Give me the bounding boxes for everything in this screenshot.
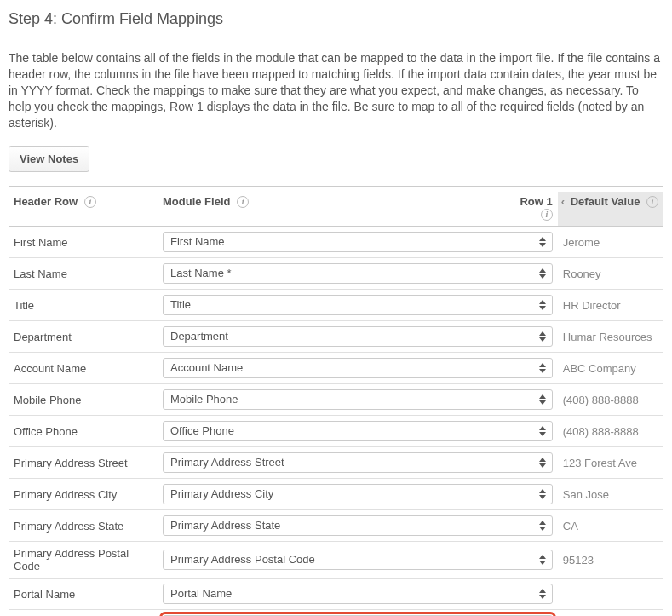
stepper-icon <box>537 329 549 344</box>
table-row: Primary Address Postal CodePrimary Addre… <box>9 542 663 579</box>
row1-value: Max Jensen <box>558 610 663 616</box>
row1-value: (408) 888-8888 <box>558 384 663 416</box>
module-field-cell: Last Name * <box>158 258 558 290</box>
table-row: Portal NamePortal Name <box>9 579 663 610</box>
field-mappings-table: Header Row i Module Field i Row 1 i ‹ De… <box>9 192 663 616</box>
module-field-cell: Office Phone <box>158 416 558 447</box>
module-field-cell: Primary Address City <box>158 479 558 510</box>
table-row: Mobile PhoneMobile Phone(408) 888-8888 <box>9 384 663 416</box>
module-field-select[interactable]: Office Phone <box>163 421 553 441</box>
header-row-value: Title <box>9 290 158 321</box>
table-row: Primary Address CityPrimary Address City… <box>9 479 663 510</box>
stepper-icon <box>537 234 549 250</box>
header-row-value: Primary Address Postal Code <box>9 542 158 579</box>
module-field-cell: Primary Address Street <box>158 447 558 479</box>
module-field-select-value: Primary Address Street <box>170 453 531 472</box>
table-row: Last NameLast Name *Rooney <box>9 258 663 290</box>
stepper-icon <box>537 266 549 281</box>
module-field-select[interactable]: Last Name * <box>163 263 553 284</box>
module-field-select-value: Last Name * <box>170 264 531 283</box>
stepper-icon <box>537 360 549 376</box>
header-row-value: Primary Address City <box>9 479 158 510</box>
column-module-field-label: Module Field <box>163 195 230 208</box>
stepper-icon <box>537 552 549 567</box>
table-row: Primary Address StatePrimary Address Sta… <box>9 510 663 542</box>
stepper-icon <box>537 486 549 502</box>
table-row: Primary Address StreetPrimary Address St… <box>9 447 663 479</box>
row1-value: Jerome <box>558 227 663 258</box>
module-field-select[interactable]: Mobile Phone <box>163 389 553 410</box>
row1-value: HR Director <box>558 290 663 321</box>
header-row-value: Office Phone <box>9 416 158 447</box>
row1-value: Humar Resources <box>558 321 663 353</box>
header-row-value: Last Name <box>9 258 158 290</box>
table-row: First NameFirst NameJerome <box>9 227 663 258</box>
module-field-select-value: Portal Name <box>170 584 531 603</box>
page-title: Step 4: Confirm Field Mappings <box>9 10 663 28</box>
column-row1: Row 1 i <box>434 192 558 227</box>
info-icon[interactable]: i <box>646 196 658 208</box>
module-field-select[interactable]: Primary Address City <box>163 484 553 504</box>
stepper-icon <box>537 297 549 313</box>
view-notes-button[interactable]: View Notes <box>9 146 89 172</box>
header-row-value: Department <box>9 321 158 353</box>
table-row: DepartmentDepartmentHumar Resources <box>9 321 663 353</box>
module-field-select-value: Primary Address Postal Code <box>170 550 531 569</box>
header-row-value: Account Name <box>9 353 158 384</box>
header-row-value: Primary Address Street <box>9 447 158 479</box>
stepper-icon <box>537 392 549 407</box>
intro-text: The table below contains all of the fiel… <box>9 50 663 130</box>
column-default-value-label: Default Value <box>571 195 640 208</box>
module-field-select[interactable]: Account Name <box>163 358 553 378</box>
divider <box>9 186 663 187</box>
info-icon[interactable]: i <box>84 196 96 208</box>
stepper-icon <box>537 423 549 439</box>
module-field-select-value: Primary Address City <box>170 485 531 504</box>
module-field-select-value: Office Phone <box>170 422 531 440</box>
table-row: Office PhoneOffice Phone(408) 888-8888 <box>9 416 663 447</box>
info-icon[interactable]: i <box>541 209 553 221</box>
header-row-value: Mobile Phone <box>9 384 158 416</box>
row1-value: San Jose <box>558 479 663 510</box>
column-header-row-label: Header Row <box>14 195 78 208</box>
module-field-cell: First Name <box>158 227 558 258</box>
row1-value: ABC Company <box>558 353 663 384</box>
module-field-cell: Mobile Phone <box>158 384 558 416</box>
module-field-select[interactable]: Primary Address Postal Code <box>163 550 553 570</box>
column-row1-label: Row 1 <box>520 195 552 208</box>
module-field-select-value: First Name <box>170 233 531 251</box>
module-field-select-value: Title <box>170 296 531 314</box>
table-row: TitleTitleHR Director <box>9 290 663 321</box>
header-row-value: Primary Address State <box>9 510 158 542</box>
row1-value: 95123 <box>558 542 663 579</box>
module-field-cell: Primary Address State <box>158 510 558 542</box>
chevron-left-icon: ‹ <box>561 195 565 208</box>
module-field-select-value: Mobile Phone <box>170 390 531 409</box>
table-row: Account NameAccount NameABC Company <box>9 353 663 384</box>
module-field-cell: Title <box>158 290 558 321</box>
module-field-cell: Assigned User Name <box>158 610 558 616</box>
module-field-select-value: Account Name <box>170 359 531 377</box>
module-field-select-value: Department <box>170 327 531 346</box>
module-field-select[interactable]: Primary Address State <box>163 515 553 536</box>
row1-value: (408) 888-8888 <box>558 416 663 447</box>
row1-value <box>558 579 663 610</box>
column-default-value[interactable]: ‹ Default Value i <box>558 192 663 227</box>
module-field-cell: Department <box>158 321 558 353</box>
header-row-value: Assigned User <box>9 610 158 616</box>
stepper-icon <box>537 455 549 470</box>
stepper-icon <box>537 586 549 602</box>
module-field-select[interactable]: Title <box>163 295 553 315</box>
module-field-select[interactable]: Portal Name <box>163 584 553 604</box>
column-module-field: Module Field i <box>158 192 434 227</box>
header-row-value: Portal Name <box>9 579 158 610</box>
table-header-row: Header Row i Module Field i Row 1 i ‹ De… <box>9 192 663 227</box>
module-field-select-value: Primary Address State <box>170 516 531 535</box>
module-field-cell: Primary Address Postal Code <box>158 542 558 579</box>
info-icon[interactable]: i <box>237 196 249 208</box>
module-field-select[interactable]: First Name <box>163 232 553 252</box>
module-field-select[interactable]: Department <box>163 326 553 347</box>
module-field-cell: Account Name <box>158 353 558 384</box>
column-header-row: Header Row i <box>9 192 158 227</box>
module-field-select[interactable]: Primary Address Street <box>163 452 553 473</box>
